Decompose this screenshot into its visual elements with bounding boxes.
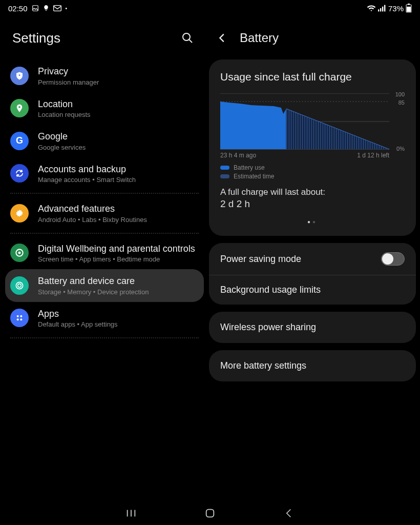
svg-line-11: [189, 39, 192, 43]
status-time: 02:50: [8, 4, 28, 13]
settings-item-sub: Location requests: [38, 111, 91, 118]
chart-x-start: 23 h 4 m ago: [220, 152, 256, 159]
svg-point-21: [17, 319, 19, 321]
device-care-icon: [10, 276, 29, 295]
settings-item-sub: Permission manager: [38, 78, 99, 86]
svg-point-20: [20, 315, 22, 317]
y-tick-end: 0%: [396, 146, 405, 152]
settings-item-sub: Google services: [38, 144, 86, 151]
y-tick-top: 100: [395, 91, 405, 97]
wireless-power-row[interactable]: Wireless power sharing: [209, 312, 416, 343]
apps-icon: [10, 309, 29, 327]
full-charge-value: 2 d 2 h: [220, 198, 405, 210]
status-battery-pct: 73%: [388, 4, 404, 13]
svg-rect-8: [408, 4, 410, 5]
svg-point-19: [17, 315, 19, 317]
settings-item-location[interactable]: Location Location requests: [0, 92, 209, 125]
detail-title: Battery: [240, 31, 279, 45]
google-icon: G: [10, 132, 29, 150]
search-button[interactable]: [178, 29, 197, 47]
svg-point-17: [16, 282, 23, 289]
svg-rect-3: [378, 9, 379, 11]
settings-item-sub: Android Auto • Labs • Bixby Routines: [38, 216, 147, 224]
usage-card-title: Usage since last full charge: [220, 71, 405, 83]
more-battery-label: More battery settings: [220, 360, 306, 371]
svg-rect-1: [45, 10, 47, 11]
svg-point-13: [18, 106, 20, 108]
settings-item-title: Advanced features: [38, 203, 147, 215]
svg-rect-33: [206, 510, 214, 517]
settings-item-wellbeing[interactable]: Digital Wellbeing and parental controls …: [0, 237, 209, 270]
legend-estimated: Estimated time: [234, 173, 274, 180]
svg-rect-5: [382, 7, 383, 12]
settings-item-device-care[interactable]: Battery and device care Storage • Memory…: [5, 269, 204, 302]
settings-item-apps[interactable]: Apps Default apps • App settings: [0, 302, 209, 335]
settings-item-advanced[interactable]: Advanced features Android Auto • Labs • …: [0, 197, 209, 230]
bg-limits-label: Background usage limits: [220, 285, 321, 295]
more-battery-row[interactable]: More battery settings: [209, 350, 416, 381]
settings-item-title: Accounts and backup: [38, 164, 136, 175]
gear-icon: [10, 204, 29, 223]
power-saving-row[interactable]: Power saving mode: [209, 243, 416, 275]
bg-limits-row[interactable]: Background usage limits: [209, 275, 416, 305]
settings-pane: Settings Privacy Permission manager: [0, 16, 209, 501]
settings-item-sub: Screen time • App timers • Bedtime mode: [38, 255, 195, 263]
recents-button[interactable]: [122, 504, 140, 522]
nav-back-button[interactable]: [280, 504, 298, 522]
settings-item-title: Privacy: [38, 66, 99, 77]
svg-point-18: [18, 284, 22, 287]
chart-x-end: 1 d 12 h left: [357, 152, 389, 159]
signal-icon: [378, 5, 386, 12]
svg-point-22: [20, 319, 22, 321]
settings-item-title: Google: [38, 131, 86, 143]
svg-point-16: [18, 252, 21, 254]
y-tick-start: 85: [398, 99, 405, 106]
chart-legend: Battery use Estimated time: [220, 164, 405, 180]
sync-icon: [10, 164, 29, 183]
status-more-dot: •: [66, 6, 68, 11]
back-button[interactable]: [213, 29, 232, 47]
settings-item-sub: Default apps • App settings: [38, 320, 118, 328]
full-charge-label: A full charge will last about:: [220, 187, 405, 197]
wellbeing-icon: [10, 244, 29, 262]
battery-pane: Battery Usage since last full charge 100…: [209, 16, 420, 501]
settings-item-title: Digital Wellbeing and parental controls: [38, 243, 195, 255]
divider: [10, 337, 199, 338]
power-card: Power saving mode Background usage limit…: [209, 243, 416, 305]
battery-usage-chart: 100 85 0%: [220, 93, 389, 150]
settings-item-title: Battery and device care: [38, 275, 149, 287]
svg-rect-2: [53, 6, 61, 11]
home-button[interactable]: [201, 504, 219, 522]
settings-item-privacy[interactable]: Privacy Permission manager: [0, 59, 209, 92]
status-bar: 02:50 • 73%: [0, 0, 420, 16]
legend-battery-use: Battery use: [234, 164, 265, 171]
svg-rect-0: [32, 6, 38, 11]
power-saving-toggle[interactable]: [381, 252, 405, 266]
wireless-power-label: Wireless power sharing: [220, 322, 316, 332]
image-icon: [32, 5, 39, 12]
divider: [10, 193, 199, 194]
shield-icon: [10, 67, 29, 85]
card-pager[interactable]: ●●: [220, 219, 405, 225]
divider: [10, 233, 199, 234]
navigation-bar: [0, 501, 420, 525]
page-title: Settings: [12, 30, 60, 46]
svg-point-10: [183, 33, 190, 41]
svg-rect-6: [384, 5, 385, 12]
wifi-icon: [367, 5, 376, 12]
tips-icon: [43, 5, 49, 12]
battery-icon: [406, 4, 412, 13]
settings-item-title: Location: [38, 98, 91, 110]
settings-item-accounts[interactable]: Accounts and backup Manage accounts • Sm…: [0, 157, 209, 190]
gmail-icon: [53, 5, 61, 11]
svg-rect-9: [407, 7, 411, 12]
svg-rect-4: [380, 8, 381, 11]
settings-item-title: Apps: [38, 308, 118, 320]
usage-card[interactable]: Usage since last full charge 100 85 0%: [209, 59, 416, 236]
pin-icon: [10, 99, 29, 117]
settings-item-sub: Manage accounts • Smart Switch: [38, 176, 136, 184]
settings-item-sub: Storage • Memory • Device protection: [38, 288, 149, 296]
svg-point-12: [19, 74, 20, 76]
power-saving-label: Power saving mode: [220, 254, 301, 265]
settings-item-google[interactable]: G Google Google services: [0, 125, 209, 157]
